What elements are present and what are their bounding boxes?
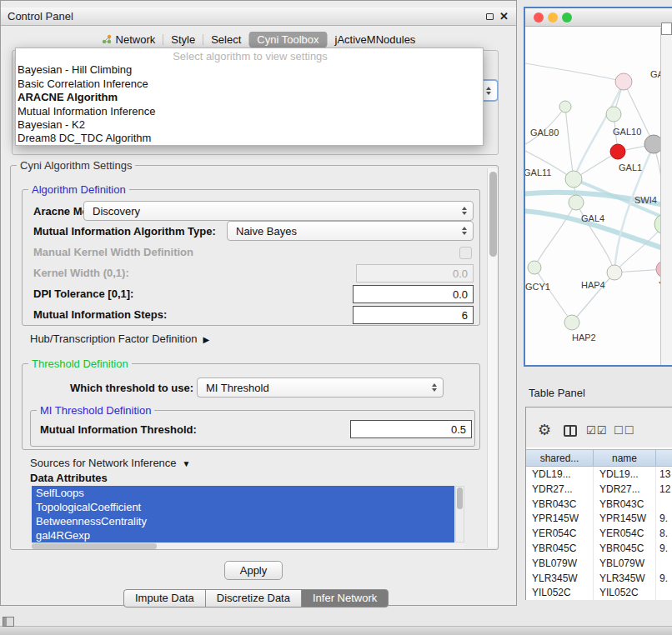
network-node-11[interactable] bbox=[564, 315, 579, 330]
collapsed-arrow-icon: ▶ bbox=[203, 335, 209, 344]
float-window-icon[interactable] bbox=[486, 13, 494, 20]
deselect-all-checkboxes-icon[interactable]: ☐☐ bbox=[614, 424, 634, 437]
zoom-traffic-light[interactable] bbox=[562, 12, 572, 22]
table-row[interactable]: YBR043CYBR043C bbox=[526, 497, 672, 512]
table-row[interactable]: YBL079WYBL079W bbox=[526, 556, 672, 571]
network-vscrollbar[interactable] bbox=[660, 28, 672, 365]
network-node-4[interactable] bbox=[610, 144, 625, 159]
algorithm-option-mutual-information-inference[interactable]: Mutual Information Inference bbox=[16, 105, 483, 118]
tab-network[interactable]: Network bbox=[94, 32, 163, 48]
node-label-hap2: HAP2 bbox=[572, 332, 596, 342]
algorithm-option-bayesian-hill-climbing[interactable]: Bayesian - Hill Climbing bbox=[16, 63, 483, 77]
attributes-vscrollbar-thumb[interactable] bbox=[457, 488, 463, 509]
gear-icon[interactable]: ⚙ bbox=[538, 421, 551, 439]
mi-steps-field[interactable] bbox=[353, 306, 474, 324]
table-cell: YER054C bbox=[594, 526, 656, 541]
algorithm-option-aracne-algorithm[interactable]: ARACNE Algorithm bbox=[16, 91, 483, 104]
panel-toggle-icon[interactable] bbox=[3, 617, 14, 627]
network-canvas-svg[interactable]: GAL80GAL10GAL80GAL11GAL1SWI4GAL4GCY1HAP4… bbox=[525, 28, 672, 365]
node-label-gal4: GAL4 bbox=[581, 213, 604, 223]
algorithm-option-bayesian-k2[interactable]: Bayesian - K2 bbox=[16, 118, 483, 132]
columns-icon[interactable] bbox=[564, 425, 577, 437]
select-all-checkboxes-icon[interactable]: ☑☑ bbox=[586, 424, 607, 437]
mi-threshold-field[interactable] bbox=[350, 420, 472, 438]
table-row[interactable]: YLR345WYLR345W9. bbox=[526, 571, 672, 586]
aracne-mode-select[interactable]: Discovery bbox=[83, 201, 474, 221]
table-cell: YBL079W bbox=[526, 556, 594, 571]
network-node-1[interactable] bbox=[559, 101, 571, 112]
column-header-shared-[interactable]: shared... bbox=[526, 450, 594, 466]
kernel-width-field[interactable] bbox=[356, 264, 474, 282]
table-cell: 12 bbox=[656, 482, 672, 497]
table-row[interactable]: YBR045CYBR045C9. bbox=[526, 541, 672, 556]
tab-select[interactable]: Select bbox=[203, 32, 248, 48]
algorithm-popup-placeholder: Select algorithm to view settings bbox=[16, 50, 483, 63]
table-cell: 9. bbox=[656, 511, 672, 526]
dropdown-arrows-icon bbox=[462, 207, 467, 215]
algorithm-definition-title: Algorithm Definition bbox=[28, 183, 129, 196]
table-body: YDL19...YDL19...13YDR27...YDR27...12YBR0… bbox=[526, 467, 672, 600]
network-edge[interactable] bbox=[534, 268, 572, 322]
data-attributes-label: Data Attributes bbox=[30, 472, 108, 484]
network-edge[interactable] bbox=[565, 107, 574, 179]
network-node-0[interactable] bbox=[615, 73, 632, 90]
attributes-vscrollbar[interactable] bbox=[455, 486, 464, 542]
network-node-5[interactable] bbox=[565, 171, 582, 188]
mi-algorithm-type-label: Mutual Information Algorithm Type: bbox=[33, 225, 216, 238]
table-row[interactable]: YPR145WYPR145W9. bbox=[526, 511, 672, 526]
network-edge[interactable] bbox=[525, 63, 624, 82]
bottom-tab-infer-network[interactable]: Infer Network bbox=[301, 589, 389, 608]
hub-section-toggle[interactable]: Hub/Transcription Factor Definition▶ bbox=[30, 332, 209, 345]
settings-scrollbar[interactable] bbox=[487, 168, 498, 548]
algorithm-popup: Select algorithm to view settingsBayesia… bbox=[15, 48, 484, 146]
close-traffic-light[interactable] bbox=[534, 12, 544, 22]
dpi-tolerance-field[interactable] bbox=[353, 285, 474, 303]
table-row[interactable]: YER054CYER054C8. bbox=[526, 526, 672, 541]
network-node-9[interactable] bbox=[607, 265, 622, 280]
attribute-item-topologicalcoefficient[interactable]: TopologicalCoefficient bbox=[32, 500, 454, 514]
table-cell: YPR145W bbox=[594, 511, 656, 526]
settings-scrollbar-thumb[interactable] bbox=[489, 172, 497, 257]
tab-jactivemnodules[interactable]: jActiveMNodules bbox=[328, 32, 424, 48]
node-label-gal80: GAL80 bbox=[530, 128, 559, 138]
manual-kernel-width-label: Manual Kernel Width Definition bbox=[33, 246, 193, 258]
apply-button[interactable]: Apply bbox=[224, 561, 283, 580]
sources-section-toggle[interactable]: Sources for Network Inference▼ bbox=[30, 457, 190, 469]
table-row[interactable]: YDR27...YDR27...12 bbox=[526, 482, 672, 497]
tab-cyni-toolbox[interactable]: Cyni Toolbox bbox=[249, 32, 326, 48]
table-row[interactable]: YDL19...YDL19...13 bbox=[526, 467, 672, 482]
column-header-2[interactable] bbox=[656, 450, 672, 466]
minimize-traffic-light[interactable] bbox=[548, 12, 558, 22]
table-cell: YBR043C bbox=[526, 497, 594, 512]
network-node-6[interactable] bbox=[569, 195, 584, 210]
table-row[interactable]: YIL052CYIL052C bbox=[526, 585, 672, 600]
tab-bar: NetworkStyleSelectCyni ToolboxjActiveMNo… bbox=[8, 30, 509, 48]
which-threshold-select[interactable]: MI Threshold bbox=[197, 378, 444, 398]
manual-kernel-width-checkbox[interactable] bbox=[459, 247, 472, 259]
attribute-item-gal4rgexp[interactable]: gal4RGexp bbox=[32, 528, 454, 542]
table-panel-title: Table Panel bbox=[529, 387, 585, 399]
bottom-tab-bar: Impute DataDiscretize DataInfer Network bbox=[123, 589, 389, 608]
tab-style[interactable]: Style bbox=[163, 32, 203, 48]
bottom-tab-discretize-data[interactable]: Discretize Data bbox=[205, 589, 302, 608]
attributes-hscrollbar-thumb[interactable] bbox=[32, 543, 157, 549]
mi-steps-label: Mutual Information Steps: bbox=[33, 308, 167, 321]
network-node-2[interactable] bbox=[606, 107, 621, 122]
network-edge[interactable] bbox=[525, 107, 565, 144]
which-threshold-value: MI Threshold bbox=[206, 382, 269, 394]
control-panel-titlebar[interactable]: Control Panel ✕ bbox=[1, 8, 516, 26]
bottom-tab-impute-data[interactable]: Impute Data bbox=[123, 589, 206, 608]
attribute-item-betweennesscentrality[interactable]: BetweennessCentrality bbox=[32, 514, 454, 528]
kernel-width-label: Kernel Width (0,1): bbox=[33, 267, 129, 279]
network-scrollbar-button[interactable] bbox=[661, 22, 672, 35]
algorithm-option-dream8-dc-tdc-algorithm[interactable]: Dream8 DC_TDC Algorithm bbox=[16, 132, 483, 145]
close-icon[interactable]: ✕ bbox=[499, 12, 509, 21]
column-header-name[interactable]: name bbox=[594, 450, 656, 466]
table-cell: YDR27... bbox=[594, 482, 656, 497]
attribute-item-selfloops[interactable]: SelfLoops bbox=[32, 486, 454, 500]
network-view-titlebar[interactable] bbox=[525, 8, 672, 27]
mi-algorithm-type-select[interactable]: Naive Bayes bbox=[227, 221, 474, 241]
algorithm-option-basic-correlation-inference[interactable]: Basic Correlation Inference bbox=[16, 78, 483, 91]
attributes-hscrollbar[interactable] bbox=[32, 543, 464, 549]
network-node-8[interactable] bbox=[528, 261, 541, 274]
